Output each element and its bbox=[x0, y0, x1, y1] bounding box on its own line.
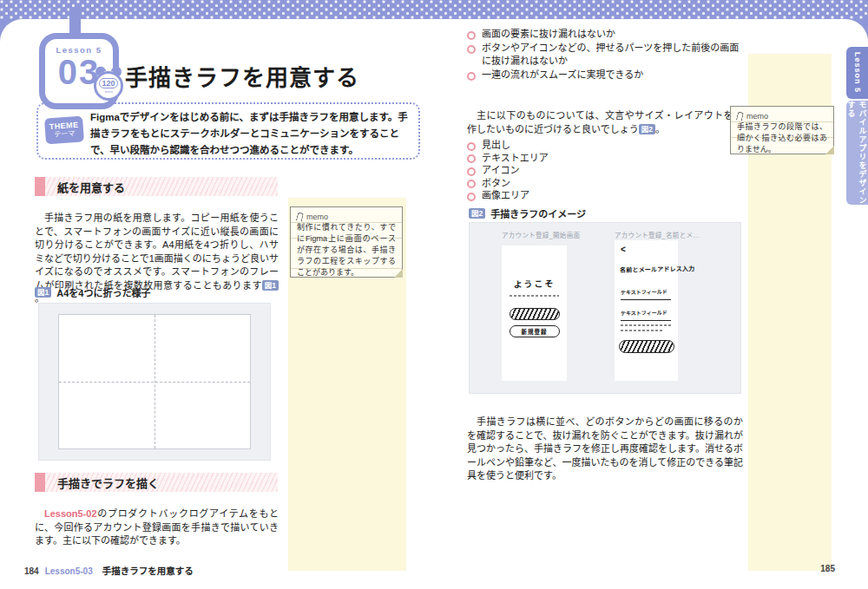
list-item-text: 見出し bbox=[482, 139, 510, 152]
checklist-item: 一連の流れがスムーズに実現できるか bbox=[467, 69, 743, 82]
sketch-heading: 名前とメールアドレス入力 bbox=[620, 264, 695, 274]
checklist-item-text: 画面の要素に抜け漏れはないか bbox=[482, 28, 615, 42]
ring-bullet-icon bbox=[467, 72, 476, 81]
page-number: 184 bbox=[24, 566, 39, 576]
section-header-draw-rough: 手描きでラフを描く bbox=[35, 473, 278, 492]
sketch-heading: ようこそ bbox=[502, 276, 567, 291]
paragraph-text: 。 bbox=[655, 124, 665, 134]
figure1-caption: 図1 A4を4つに折った様子 bbox=[35, 285, 150, 299]
paragraph-elements-intro: 主に以下のものについては、文言やサイズ・レイアウトを制作したいものに近づけると良… bbox=[467, 109, 743, 136]
ring-bullet-icon bbox=[467, 45, 476, 54]
right-footer-page-number: 185 bbox=[807, 564, 835, 573]
checklist-item: ボタンやアイコンなどの、押せるパーツを押した前後の画面に抜け漏れはないか bbox=[467, 42, 743, 69]
footer-lesson-code: Lesson5-03 bbox=[45, 566, 93, 576]
page-title: 手描きラフを用意する bbox=[125, 60, 359, 92]
rounded-corner-left bbox=[0, 19, 23, 42]
left-footer: 184 Lesson5-03 手描きラフを用意する bbox=[24, 564, 194, 577]
list-item-text: 画像エリア bbox=[482, 189, 529, 202]
memo-label: memo bbox=[306, 213, 328, 221]
figure2-caption: 図2 手描きラフのイメージ bbox=[469, 206, 586, 220]
list-item: 画像エリア bbox=[467, 189, 743, 202]
lesson-minutes-unit: mins bbox=[105, 88, 113, 93]
scribble-line bbox=[510, 295, 559, 297]
checklist-item-text: 一連の流れがスムーズに実現できるか bbox=[482, 69, 643, 82]
list-item-text: テキストエリア bbox=[482, 152, 549, 165]
sketch-hatched-button bbox=[510, 308, 560, 320]
checklist-item: 画面の要素に抜け漏れはないか bbox=[467, 28, 743, 42]
sketch-outline-button: 新規登録 bbox=[510, 325, 560, 337]
memo-note-right: memo 手描きラフの段階では、細かく描き込む必要はありません。 bbox=[730, 106, 834, 154]
rough-checklist: 画面の要素に抜け漏れはないか ボタンやアイコンなどの、押せるパーツを押した前後の… bbox=[467, 28, 743, 82]
list-item: テキストエリア bbox=[467, 152, 743, 165]
paperclip-icon bbox=[736, 111, 744, 121]
list-item: アイコン bbox=[467, 164, 743, 177]
rounded-corner-right bbox=[845, 19, 868, 42]
sketch-phone-welcome: ようこそ 新規登録 bbox=[502, 245, 567, 381]
figure2-inline-ref: 図2 bbox=[639, 124, 655, 134]
figure1-folded-a4 bbox=[38, 303, 271, 461]
memo-header: memo bbox=[297, 211, 396, 222]
sketch-text-field: テキストフィールド bbox=[621, 282, 671, 300]
ring-bullet-icon bbox=[467, 167, 476, 176]
sketch-phone-name-email: < 名前とメールアドレス入力 テキストフィールド テキストフィールド bbox=[615, 240, 678, 381]
back-chevron-icon: < bbox=[621, 245, 626, 254]
side-tab-lesson: Lesson 5 bbox=[846, 47, 868, 99]
sketch1-frame-label: アカウント登録_開始画面 bbox=[502, 230, 580, 239]
lesson-reference-link: Lesson5-02 bbox=[44, 508, 97, 519]
ring-bullet-icon bbox=[467, 154, 476, 163]
memo-note-left: memo 制作に慣れてきたり、すでにFigma上に画面のベースが存在する場合は、… bbox=[290, 206, 403, 278]
ring-bullet-icon bbox=[467, 142, 476, 151]
ui-elements-list: 見出し テキストエリア アイコン ボタン 画像エリア bbox=[467, 139, 743, 202]
sketch-text-field: テキストフィールド bbox=[621, 303, 671, 321]
paragraph-text: 主に以下のものについては、文言やサイズ・レイアウトを制作したいものに近づけると良… bbox=[467, 110, 743, 134]
list-item: 見出し bbox=[467, 139, 743, 152]
sketch-field-label: テキストフィールド bbox=[621, 288, 667, 297]
side-tab-chapter-label: モバイルアプリをデザインする bbox=[846, 101, 868, 205]
memo-header: memo bbox=[737, 110, 827, 121]
sketch2-frame-label: アカウント登録_名前とメ… bbox=[615, 230, 700, 239]
section-header-square bbox=[35, 473, 45, 492]
paperclip-icon bbox=[296, 212, 304, 221]
lesson-minutes: 120 bbox=[99, 78, 117, 88]
theme-box: THEME テーマ Figmaでデザインをはじめる前に、まずは手描きラフを用意し… bbox=[36, 102, 420, 160]
a4-paper bbox=[58, 314, 251, 449]
paragraph-review-roughs: 手描きラフは横に並べ、どのボタンからどの画面に移るのかを確認することで、抜け漏れ… bbox=[467, 416, 743, 483]
figure2-rough-sketches: アカウント登録_開始画面 アカウント登録_名前とメ… ようこそ 新規登録 < 名… bbox=[469, 222, 741, 394]
sketch-hatched-button bbox=[619, 340, 674, 353]
figure1-inline-ref: 図1 bbox=[262, 280, 279, 291]
memo-text: 手描きラフの段階では、細かく描き込む必要はありません。 bbox=[737, 121, 827, 155]
scribble-line bbox=[621, 324, 671, 326]
side-tab-lesson-label: Lesson 5 bbox=[853, 52, 862, 93]
scribble-line bbox=[621, 330, 664, 331]
section-header-prepare-paper: 紙を用意する bbox=[35, 177, 278, 196]
ring-bullet-icon bbox=[467, 31, 476, 40]
polka-dot-band bbox=[0, 0, 868, 19]
list-item-text: ボタン bbox=[482, 177, 510, 190]
ring-bullet-icon bbox=[467, 193, 476, 201]
theme-label-jp: テーマ bbox=[45, 128, 84, 140]
clock-face: 120 mins bbox=[94, 71, 123, 101]
list-item-text: アイコン bbox=[482, 164, 519, 177]
fold-line-horizontal bbox=[59, 382, 250, 383]
paragraph-text: 手描きラフ用の紙を用意します。コピー用紙を使うことで、スマートフォンの画面サイズ… bbox=[35, 213, 279, 291]
theme-label: THEME テーマ bbox=[44, 116, 84, 145]
book-spread: Lesson 5 03 120 mins 手描きラフを用意する THEME テー… bbox=[0, 0, 868, 589]
memo-text: 制作に慣れてきたり、すでにFigma上に画面のベースが存在する場合は、手描きラフ… bbox=[297, 222, 396, 278]
memo-label: memo bbox=[746, 112, 768, 121]
alarm-clock-icon: 120 mins bbox=[90, 66, 127, 104]
section-header-title: 手描きでラフを描く bbox=[45, 473, 278, 492]
sketch-field-label: テキストフィールド bbox=[621, 309, 667, 317]
ring-bullet-icon bbox=[467, 180, 476, 188]
figure2-caption-text: 手描きラフのイメージ bbox=[490, 206, 586, 220]
side-tab-chapter: モバイルアプリをデザインする bbox=[846, 101, 868, 205]
list-item: ボタン bbox=[467, 177, 743, 190]
checklist-item-text: ボタンやアイコンなどの、押せるパーツを押した前後の画面に抜け漏れはないか bbox=[482, 42, 743, 69]
footer-lesson-title: 手描きラフを用意する bbox=[102, 564, 194, 577]
figure2-ref-badge: 図2 bbox=[469, 208, 485, 219]
paragraph-draw-rough: Lesson5-02のプロダクトバックログアイテムをもとに、今回作るアカウント登… bbox=[35, 507, 279, 548]
figure1-ref-badge: 図1 bbox=[35, 287, 51, 298]
section-header-square bbox=[35, 177, 45, 196]
section-header-title: 紙を用意する bbox=[45, 177, 278, 196]
figure1-caption-text: A4を4つに折った様子 bbox=[56, 285, 150, 299]
theme-text: Figmaでデザインをはじめる前に、まずは手描きラフを用意します。手描きラフをも… bbox=[90, 109, 408, 159]
